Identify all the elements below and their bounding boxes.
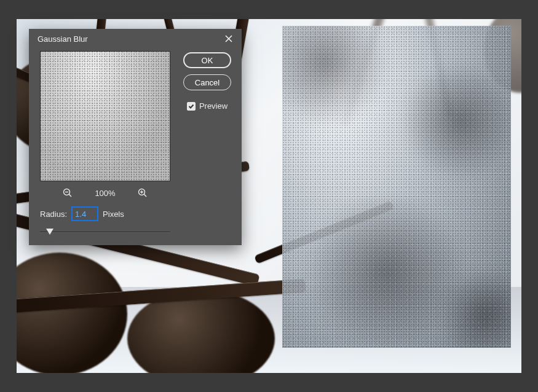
dialog-title: Gaussian Blur [38,34,88,44]
close-button[interactable] [222,32,235,45]
cancel-button[interactable]: Cancel [183,74,231,90]
blur-blob [282,26,393,124]
radius-label: Radius: [40,210,67,219]
blur-blob [301,198,473,345]
zoom-level: 100% [90,189,120,198]
zoom-in-icon [138,188,148,198]
zoom-out-icon [63,188,73,198]
radius-slider[interactable] [40,227,170,238]
radius-row: Radius: Pixels [40,207,124,221]
checkbox-box [187,102,196,111]
frosted-glass-layer [282,26,511,348]
zoom-controls: 100% [62,187,148,198]
dialog-titlebar[interactable]: Gaussian Blur [29,29,242,49]
dialog-left-column: 100% Radius: Pixels [40,51,170,238]
zoom-out-button[interactable] [62,187,73,198]
preview-checkbox-label: Preview [199,101,227,111]
effect-preview[interactable] [40,51,170,181]
close-icon [225,35,232,42]
slider-thumb[interactable] [46,229,53,235]
gaussian-blur-dialog: Gaussian Blur 100% Radius: Pixels [29,29,242,245]
check-icon [188,103,194,109]
radius-unit: Pixels [103,210,124,219]
zoom-in-button[interactable] [137,187,148,198]
preview-checkbox[interactable]: Preview [187,101,227,111]
dialog-right-column: OK Cancel Preview [181,51,233,238]
ok-button[interactable]: OK [183,52,231,68]
dialog-content: 100% Radius: Pixels OK Cancel [29,49,242,238]
svg-line-4 [144,194,146,197]
blur-blob [436,272,511,348]
slider-track [40,232,170,233]
svg-line-1 [69,194,71,197]
blur-blob [399,63,511,179]
radius-input[interactable] [72,207,98,221]
